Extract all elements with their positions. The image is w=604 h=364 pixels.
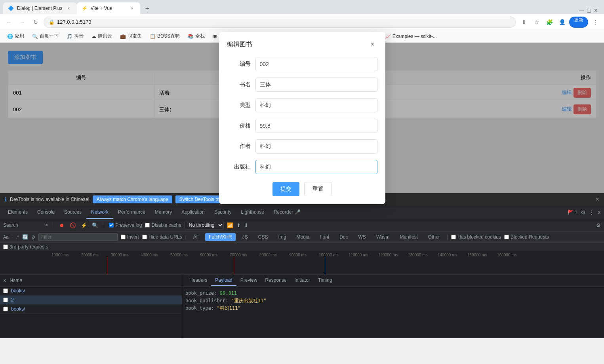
tab-memory[interactable]: Memory (150, 206, 177, 219)
filter-doc[interactable]: Doc (336, 233, 351, 241)
search-clear-icon[interactable]: × (45, 222, 48, 228)
list-item[interactable]: books/ (0, 286, 182, 296)
notification-close[interactable]: × (596, 196, 599, 203)
third-party-label[interactable]: 3rd-party requests (3, 244, 48, 250)
blocked-requests-checkbox[interactable] (504, 235, 509, 239)
filter-fetch-xhr[interactable]: Fetch/XHR (205, 233, 236, 241)
tab-vite[interactable]: ⚡ Vite + Vue × (77, 2, 140, 14)
input-publisher[interactable] (255, 160, 377, 174)
list-item[interactable]: books/ (0, 305, 182, 314)
bookmark-apps[interactable]: 🌐 应用 (5, 32, 27, 40)
input-id[interactable] (255, 57, 377, 71)
has-blocked-checkbox[interactable] (451, 235, 456, 239)
bookmark-zhiyouji[interactable]: 💼 职友集 (118, 32, 144, 40)
filter-all[interactable]: All (190, 233, 202, 241)
reload-button[interactable]: ↻ (30, 17, 41, 28)
bookmark-tencent[interactable]: ☁ 腾讯云 (89, 32, 114, 40)
downloads-icon[interactable]: ⬇ (518, 17, 530, 28)
detail-tab-preview[interactable]: Preview (236, 275, 261, 286)
bookmark-icon[interactable]: ☆ (531, 17, 542, 28)
list-item[interactable]: 2 (0, 296, 182, 305)
submit-button[interactable]: 提交 (272, 182, 299, 196)
name-panel-scroll[interactable]: books/ 2 books/ (0, 286, 182, 338)
has-blocked-label[interactable]: Has blocked cookies (451, 234, 501, 240)
item-checkbox-2[interactable] (3, 298, 8, 302)
devtools-close-icon[interactable]: × (598, 209, 601, 216)
filter-ws[interactable]: WS (355, 233, 370, 241)
clear-filter-icon[interactable]: ⊘ (31, 234, 35, 240)
invert-label[interactable]: Invert (121, 234, 139, 240)
bookmark-douyin[interactable]: 🎵 抖音 (64, 32, 86, 40)
new-tab-button[interactable]: + (142, 3, 153, 14)
more-options-icon[interactable]: ⋮ (589, 209, 594, 216)
match-language-button[interactable]: Always match Chrome's language (93, 195, 172, 203)
filter-manifest[interactable]: Manifest (396, 233, 421, 241)
throttle-select[interactable]: No throttling Slow 3G Fast 3G (185, 221, 224, 229)
tab-recorder[interactable]: Recorder 🎤 (269, 206, 305, 219)
input-type[interactable] (255, 98, 377, 112)
filter-icon-button[interactable]: ⚡ (80, 221, 88, 229)
modal-close-button[interactable]: × (368, 40, 377, 49)
reset-button[interactable]: 重置 (304, 182, 332, 196)
clear-button[interactable]: 🚫 (69, 221, 77, 229)
filter-media[interactable]: Media (293, 233, 313, 241)
filter-js[interactable]: JS (239, 233, 252, 241)
issues-count[interactable]: 🚩 1 (568, 210, 577, 215)
window-close[interactable]: × (594, 7, 598, 14)
forward-button[interactable]: → (17, 17, 28, 28)
detail-tab-response[interactable]: Response (261, 275, 290, 286)
refresh-filter-icon[interactable]: 🔄 (22, 234, 28, 240)
tab-dialog[interactable]: 🔷 Dialog | Element Plus × (3, 2, 77, 14)
tab-sources[interactable]: Sources (59, 206, 86, 219)
bookmark-fullstack[interactable]: 📚 全栈 (185, 32, 207, 40)
extension-puzzle-icon[interactable]: 🧩 (544, 17, 555, 28)
search-input[interactable] (20, 222, 44, 228)
tab-close-2[interactable]: × (129, 5, 135, 11)
preserve-log-label[interactable]: Preserve log (109, 222, 142, 228)
hide-data-urls-label[interactable]: Hide data URLs (142, 234, 182, 240)
tab-console[interactable]: Console (32, 206, 59, 219)
filter-wasm[interactable]: Wasm (373, 233, 393, 241)
hide-data-urls-checkbox[interactable] (142, 235, 147, 239)
filter-css[interactable]: CSS (255, 233, 272, 241)
back-button[interactable]: ← (3, 17, 14, 28)
blocked-requests-label[interactable]: Blocked Requests (504, 234, 549, 240)
disable-cache-label[interactable]: Disable cache (145, 222, 181, 228)
tab-performance[interactable]: Performance (113, 206, 150, 219)
input-price[interactable] (255, 119, 377, 133)
network-settings-icon[interactable]: ⚙ (596, 222, 601, 228)
filter-font[interactable]: Font (316, 233, 333, 241)
record-button[interactable]: ⏺ (58, 221, 66, 229)
third-party-checkbox[interactable] (3, 245, 8, 249)
menu-icon[interactable]: ⋮ (590, 17, 601, 28)
detail-tab-timing[interactable]: Timing (314, 275, 336, 286)
bookmark-scikit[interactable]: 📈 Examples — scikit-... (383, 33, 439, 40)
detail-tab-initiator[interactable]: Initiator (290, 275, 314, 286)
tab-network[interactable]: Network (86, 206, 113, 219)
tab-lighthouse[interactable]: Lighthouse (236, 206, 269, 219)
input-name[interactable] (255, 78, 377, 92)
input-author[interactable] (255, 139, 377, 154)
name-panel-close[interactable]: × (3, 277, 6, 284)
profile-icon[interactable]: 👤 (556, 17, 568, 28)
invert-checkbox[interactable] (121, 235, 126, 239)
settings-icon[interactable]: ⚙ (581, 209, 586, 216)
update-button[interactable]: 更新 (569, 17, 588, 28)
tab-close-1[interactable]: × (66, 5, 72, 11)
search-icon-button[interactable]: 🔍 (91, 221, 99, 229)
tab-elements[interactable]: Elements (3, 206, 32, 219)
tab-application[interactable]: Application (177, 206, 210, 219)
bookmark-boss[interactable]: 📋 BOSS直聘 (147, 32, 182, 40)
filter-img[interactable]: Img (274, 233, 290, 241)
item-checkbox-3[interactable] (3, 307, 8, 311)
filter-other[interactable]: Other (425, 233, 444, 241)
item-checkbox-1[interactable] (3, 288, 8, 293)
detail-tab-headers[interactable]: Headers (185, 275, 211, 286)
preserve-log-checkbox[interactable] (109, 223, 114, 228)
bookmark-baidu[interactable]: 🔍 百度一下 (30, 32, 61, 40)
upload-icon[interactable]: ⬆ (236, 222, 241, 228)
window-maximize[interactable]: □ (587, 7, 591, 14)
filter-input[interactable] (38, 233, 118, 241)
disable-cache-checkbox[interactable] (145, 223, 150, 228)
address-bar[interactable]: 🔒 127.0.0.1:5173 (44, 17, 516, 28)
